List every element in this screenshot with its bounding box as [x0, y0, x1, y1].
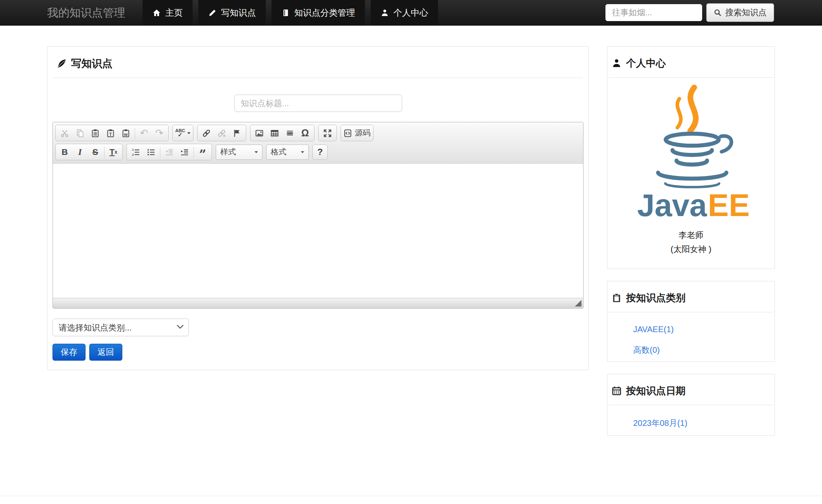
- anchor-flag-icon[interactable]: [229, 126, 245, 140]
- redo-icon[interactable]: ↷: [152, 126, 167, 140]
- chevron-down-icon: [255, 151, 258, 153]
- user-icon: [612, 58, 622, 68]
- copy-icon[interactable]: [72, 126, 88, 140]
- spell-check-icon[interactable]: ABC ✓: [174, 126, 192, 140]
- top-navbar: 我的知识点管理 主页 写知识点 知识点分类管理 个人中心: [0, 0, 822, 26]
- navbar-search-area: 搜索知识点: [605, 0, 822, 25]
- block-quote-icon[interactable]: ”: [195, 145, 210, 159]
- toolbar-separator: [135, 128, 135, 139]
- page-content: 写知识点: [47, 46, 775, 448]
- panel-title: 写知识点: [71, 57, 112, 70]
- editor-toolbar: T W ↶ ↷ ABC ✓: [53, 122, 583, 164]
- categories-title: 按知识点类别: [626, 291, 686, 304]
- nav-item-home[interactable]: 主页: [143, 0, 193, 25]
- format-dropdown[interactable]: 格式: [266, 145, 309, 160]
- home-icon: [152, 9, 161, 17]
- user-icon: [381, 9, 389, 17]
- logo-ee-text: EE: [708, 188, 750, 223]
- panel-header: 写知识点: [52, 47, 584, 78]
- nav-item-category-admin[interactable]: 知识点分类管理: [272, 0, 365, 25]
- outdent-icon[interactable]: [162, 145, 177, 159]
- bold-icon[interactable]: B: [57, 145, 72, 159]
- nav-item-profile[interactable]: 个人中心: [371, 0, 438, 25]
- table-icon[interactable]: [267, 126, 282, 140]
- unlink-icon[interactable]: [214, 126, 229, 140]
- image-icon[interactable]: [252, 126, 267, 140]
- nav-item-label: 知识点分类管理: [294, 7, 355, 19]
- search-icon: [714, 9, 722, 17]
- source-button[interactable]: 源码: [342, 126, 372, 140]
- search-button[interactable]: 搜索知识点: [706, 3, 774, 22]
- toolbar-row-2: B I S Tx 12: [55, 144, 581, 160]
- category-link-javaee[interactable]: JAVAEE(1): [633, 325, 674, 334]
- main-nav: 主页 写知识点 知识点分类管理 个人中心: [143, 0, 444, 25]
- resize-handle-icon[interactable]: [575, 300, 581, 307]
- app-brand: 我的知识点管理: [0, 0, 143, 25]
- link-icon[interactable]: [199, 126, 214, 140]
- indent-icon[interactable]: [177, 145, 192, 159]
- nav-item-label: 个人中心: [393, 7, 428, 19]
- horizontal-line-icon[interactable]: [282, 126, 298, 140]
- numbered-list-icon[interactable]: 12: [128, 145, 143, 159]
- archive-link-2023-08[interactable]: 2023年08月(1): [633, 418, 687, 429]
- source-label: 源码: [355, 128, 371, 138]
- remove-format-icon[interactable]: Tx: [106, 145, 121, 159]
- category-select[interactable]: 请选择知识点类别...: [52, 319, 189, 336]
- categories-header: 按知识点类别: [608, 281, 774, 312]
- undo-icon[interactable]: ↶: [136, 126, 152, 140]
- link-group: [197, 125, 246, 141]
- paste-icon[interactable]: [88, 126, 103, 140]
- cut-icon[interactable]: [57, 126, 72, 140]
- strikethrough-icon[interactable]: S: [88, 145, 103, 159]
- bulleted-list-icon[interactable]: [143, 145, 159, 159]
- styles-dropdown[interactable]: 样式: [216, 145, 262, 160]
- save-button[interactable]: 保存: [52, 344, 86, 361]
- profile-title: 个人中心: [626, 57, 666, 70]
- rich-text-editor: T W ↶ ↷ ABC ✓: [52, 122, 584, 309]
- svg-text:T: T: [109, 131, 112, 136]
- archive-header: 按知识点日期: [608, 374, 774, 405]
- special-character-icon[interactable]: Ω: [298, 126, 313, 140]
- maximize-icon[interactable]: [320, 126, 335, 140]
- clipboard-icon: [612, 293, 622, 303]
- paste-text-icon[interactable]: T: [103, 126, 118, 140]
- source-icon: [343, 129, 352, 138]
- pencil-icon: [208, 9, 217, 17]
- header-divider: [608, 77, 774, 78]
- write-knowledge-panel: 写知识点: [47, 46, 589, 370]
- quill-icon: [57, 59, 67, 69]
- nav-item-label: 主页: [165, 7, 183, 19]
- paste-word-icon[interactable]: W: [118, 126, 133, 140]
- profile-name: 李老师: [608, 230, 774, 241]
- styles-dropdown-label: 样式: [220, 147, 236, 157]
- logo-java-text: Java: [637, 188, 708, 223]
- archive-title: 按知识点日期: [626, 384, 686, 397]
- knowledge-title-input[interactable]: [234, 95, 402, 112]
- calendar-icon: [612, 386, 622, 396]
- category-link-math[interactable]: 高数(0): [633, 345, 660, 356]
- nav-item-write[interactable]: 写知识点: [198, 0, 266, 25]
- editor-content-area[interactable]: [53, 164, 583, 298]
- insert-group: Ω: [250, 125, 315, 141]
- profile-body: Java EE 李老师 (太阳女神 ): [608, 83, 774, 255]
- book-icon: [281, 9, 290, 17]
- clipboard-group: T W ↶ ↷: [55, 125, 169, 141]
- form-buttons: 保存 返回: [52, 344, 584, 361]
- category-links: JAVAEE(1) 高数(0): [608, 312, 774, 356]
- back-button[interactable]: 返回: [89, 344, 122, 361]
- chevron-down-icon: [301, 151, 304, 153]
- toolbar-separator: [193, 147, 194, 158]
- help-button[interactable]: ?: [312, 145, 328, 160]
- sidebar: 个人中心 Java EE 李老师 (太阳女神 ): [607, 46, 775, 448]
- toolbar-row-1: T W ↶ ↷ ABC ✓: [55, 125, 581, 141]
- italic-icon[interactable]: I: [72, 145, 88, 159]
- archive-links: 2023年08月(1): [608, 405, 774, 429]
- editor-status-bar: [53, 298, 583, 308]
- svg-text:2: 2: [132, 152, 134, 156]
- nav-item-label: 写知识点: [221, 7, 256, 19]
- svg-text:W: W: [124, 132, 128, 136]
- archive-panel: 按知识点日期 2023年08月(1): [607, 374, 775, 436]
- profile-header: 个人中心: [608, 47, 774, 77]
- search-input[interactable]: [605, 4, 702, 21]
- category-select-wrap: 请选择知识点类别...: [52, 319, 189, 336]
